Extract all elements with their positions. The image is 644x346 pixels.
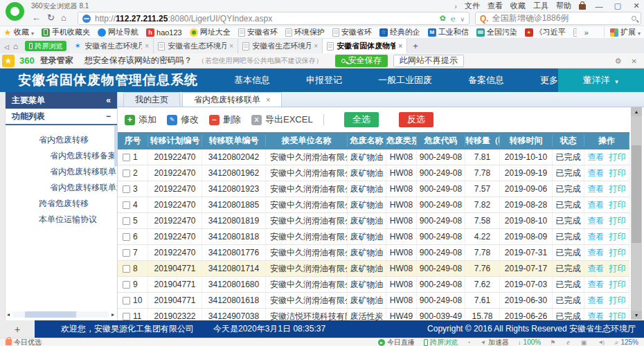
select-all-button[interactable]: 全选 bbox=[344, 112, 379, 127]
print-link[interactable]: 打印 bbox=[609, 247, 626, 259]
sidebar-item[interactable]: 省内危废转移联单退运 bbox=[6, 180, 117, 196]
close-tab-icon[interactable] bbox=[266, 95, 270, 104]
app-nav-item[interactable]: 基本信息 bbox=[234, 74, 270, 86]
collapse-sidebar-icon[interactable] bbox=[106, 95, 111, 105]
view-link[interactable]: 查看 bbox=[588, 199, 605, 211]
browser-tab[interactable]: 安徽省固体废物管理信息系统 bbox=[323, 39, 407, 53]
extensions-button[interactable]: 扩展 bbox=[604, 27, 641, 37]
search-icon[interactable] bbox=[632, 16, 636, 21]
bookmark-item[interactable]: 手机收藏夹 bbox=[42, 27, 90, 37]
view-link[interactable]: 查看 bbox=[588, 231, 605, 243]
browser-tab[interactable]: 安徽省生态环境厅_百度搜索 bbox=[69, 39, 154, 53]
add-gadget-button[interactable] bbox=[0, 320, 35, 338]
close-tab-icon[interactable] bbox=[314, 42, 318, 50]
row-checkbox[interactable] bbox=[123, 170, 130, 177]
statusbar-item[interactable]: 跨屏浏览 bbox=[424, 338, 458, 346]
reload-button[interactable] bbox=[47, 12, 55, 23]
bookmark-item[interactable]: 《习近平 bbox=[525, 27, 566, 37]
daily-picks-button[interactable]: 今日优选 bbox=[6, 338, 42, 346]
scrollbar-thumb[interactable] bbox=[25, 311, 76, 318]
browser-tab[interactable]: 安徽省生态环境厅 bbox=[238, 39, 323, 53]
back-button[interactable] bbox=[32, 12, 41, 23]
content-tab[interactable]: 我的主页 bbox=[123, 92, 180, 107]
home-button[interactable] bbox=[61, 12, 66, 23]
app-nav-item[interactable]: 一般工业固废 bbox=[378, 74, 432, 86]
sidebar-item[interactable]: 跨省危废转移 bbox=[6, 196, 117, 212]
gear-icon[interactable] bbox=[615, 56, 622, 66]
browser-tab[interactable]: 安徽省生态环境厅 bbox=[154, 39, 238, 53]
row-checkbox[interactable] bbox=[123, 313, 130, 320]
scroll-up-icon[interactable] bbox=[631, 107, 642, 116]
sidebar-item[interactable]: 省内危废转移联单 bbox=[6, 164, 117, 180]
statusbar-item[interactable] bbox=[566, 338, 571, 346]
print-link[interactable]: 打印 bbox=[609, 263, 626, 275]
search-input[interactable]: Q. 全国新增确诊1886例 bbox=[475, 12, 641, 25]
table-vertical-scrollbar[interactable] bbox=[631, 107, 642, 320]
view-link[interactable]: 查看 bbox=[588, 263, 605, 275]
new-tab-button[interactable] bbox=[407, 39, 424, 53]
print-link[interactable]: 打印 bbox=[609, 183, 626, 195]
compat-mode-icon[interactable]: ℮ bbox=[451, 15, 456, 23]
bookmark-item[interactable]: 经典的企 bbox=[379, 27, 420, 37]
add-button[interactable]: 添加 bbox=[125, 113, 156, 126]
close-notification-icon[interactable] bbox=[632, 56, 637, 66]
view-link[interactable]: 查看 bbox=[588, 152, 605, 163]
invert-selection-button[interactable]: 反选 bbox=[399, 112, 433, 127]
bookmarks-overflow-button[interactable]: » bbox=[584, 28, 589, 37]
sidebar-item[interactable]: 本单位运输协议 bbox=[6, 212, 117, 228]
sidebar-item[interactable]: 省内危废转移 bbox=[6, 132, 117, 148]
cart-icon[interactable] bbox=[579, 4, 586, 10]
print-link[interactable]: 打印 bbox=[609, 295, 626, 307]
cross-screen-button[interactable]: 跨屏浏览 bbox=[25, 41, 66, 51]
print-link[interactable]: 打印 bbox=[609, 279, 626, 291]
sidebar-vertical-scrollbar[interactable] bbox=[114, 125, 117, 167]
view-link[interactable]: 查看 bbox=[588, 215, 605, 227]
dismiss-notification-button[interactable]: 此网站不再提示 bbox=[393, 55, 464, 67]
view-link[interactable]: 查看 bbox=[588, 167, 605, 179]
row-checkbox[interactable] bbox=[123, 233, 130, 241]
view-link[interactable]: 查看 bbox=[588, 183, 605, 195]
browser-menu-item[interactable]: 文件 bbox=[465, 1, 480, 11]
bookmark-item[interactable]: 安徽省环 bbox=[238, 27, 278, 37]
print-link[interactable]: 打印 bbox=[609, 311, 626, 321]
delete-button[interactable]: 删除 bbox=[209, 113, 241, 126]
content-tab[interactable]: 省内危废转移联单 bbox=[182, 92, 282, 107]
row-checkbox[interactable] bbox=[123, 217, 130, 225]
row-checkbox[interactable] bbox=[123, 281, 130, 289]
export-excel-button[interactable]: 导出EXCEL bbox=[251, 113, 313, 126]
statusbar-item[interactable]: 100% bbox=[518, 338, 541, 346]
app-nav-item[interactable]: 备案信息 bbox=[468, 74, 504, 86]
browser-menu-item[interactable]: 收藏 bbox=[510, 1, 526, 11]
statusbar-item[interactable] bbox=[581, 339, 589, 346]
view-link[interactable]: 查看 bbox=[588, 311, 605, 321]
print-link[interactable]: 打印 bbox=[609, 231, 626, 243]
row-checkbox[interactable] bbox=[123, 249, 130, 257]
browser-menu-item[interactable]: 帮助 bbox=[556, 1, 571, 11]
print-link[interactable]: 打印 bbox=[609, 199, 626, 211]
scroll-down-icon[interactable] bbox=[631, 311, 642, 320]
edit-button[interactable]: 修改 bbox=[167, 113, 199, 126]
app-nav-item[interactable]: 申报登记 bbox=[306, 74, 342, 86]
print-link[interactable]: 打印 bbox=[609, 215, 626, 227]
close-tab-icon[interactable] bbox=[229, 42, 233, 50]
bookmark-item[interactable]: 网址大全 bbox=[190, 27, 231, 37]
print-link[interactable]: 打印 bbox=[609, 167, 626, 179]
bookmark-item[interactable]: 环统年报 bbox=[573, 27, 577, 37]
view-link[interactable]: 查看 bbox=[588, 295, 605, 307]
bookmark-item[interactable]: hao123 bbox=[146, 27, 182, 37]
bookmark-item[interactable]: 工业和信 bbox=[428, 27, 469, 37]
scroll-right-icon[interactable] bbox=[111, 311, 114, 318]
app-nav-item[interactable]: 更多 bbox=[540, 74, 558, 86]
sidebar-horizontal-scrollbar[interactable] bbox=[7, 311, 114, 318]
maximize-button[interactable] bbox=[612, 1, 623, 10]
close-tab-icon[interactable] bbox=[398, 42, 402, 50]
bookmark-item[interactable]: 环境保护 bbox=[285, 27, 325, 37]
statusbar-item[interactable] bbox=[598, 339, 606, 345]
row-checkbox[interactable] bbox=[123, 201, 130, 209]
save-password-button[interactable]: 安全保存 bbox=[335, 55, 388, 67]
view-link[interactable]: 查看 bbox=[588, 279, 605, 291]
statusbar-item[interactable] bbox=[550, 339, 557, 346]
row-checkbox[interactable] bbox=[123, 185, 130, 193]
browser-menu-item[interactable]: 工具 bbox=[533, 1, 548, 11]
bookmark-item[interactable]: 全国污染 bbox=[476, 27, 517, 37]
